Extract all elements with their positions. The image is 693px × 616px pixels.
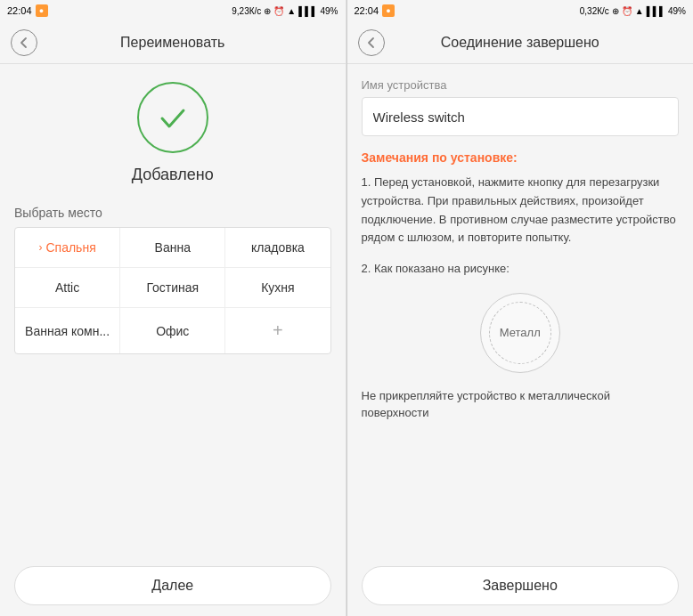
next-button[interactable]: Далее bbox=[14, 566, 331, 605]
device-name-input[interactable] bbox=[362, 97, 680, 136]
battery-left: 49% bbox=[320, 6, 338, 16]
location-cell-спальня[interactable]: › Спальня bbox=[15, 228, 120, 267]
right-panel: 22:04 ● 0,32К/с ⊕ ⏰ ▲ ▌▌▌ 49% Соединение… bbox=[347, 0, 694, 616]
location-cell-ванна[interactable]: Ванна bbox=[120, 228, 225, 267]
alarm-icon-right: ⏰ bbox=[622, 6, 632, 16]
status-left-info: 22:04 ● bbox=[7, 4, 48, 17]
bt-icon-left: ⊕ bbox=[264, 6, 271, 16]
right-footer: Завершено bbox=[347, 555, 694, 616]
status-bar-left: 22:04 ● 9,23К/с ⊕ ⏰ ▲ ▌▌▌ 49% bbox=[0, 0, 346, 21]
header-title-right: Соединение завершено bbox=[441, 35, 599, 51]
signal-icon-right: ▌▌▌ bbox=[647, 6, 665, 16]
location-section-title: Выбрать место bbox=[14, 206, 331, 220]
alarm-icon-left: ⏰ bbox=[273, 6, 284, 16]
status-dot-left: ● bbox=[36, 4, 48, 17]
device-name-label: Имя устройства bbox=[362, 78, 680, 92]
back-button-left[interactable] bbox=[11, 29, 37, 56]
left-footer: Далее bbox=[0, 555, 346, 616]
location-cell-офис[interactable]: Офис bbox=[120, 308, 225, 353]
location-cell-кухня[interactable]: Кухня bbox=[225, 268, 330, 307]
bt-icon-right: ⊕ bbox=[612, 6, 619, 16]
battery-right: 49% bbox=[668, 6, 686, 16]
instruction-2-label: 2. Как показано на рисунке: bbox=[362, 260, 680, 279]
chevron-icon: › bbox=[38, 241, 42, 254]
wifi-icon-right: ▲ bbox=[635, 6, 644, 16]
location-grid: › Спальня Ванна кладовка Attic bbox=[14, 227, 331, 354]
status-dot-right: ● bbox=[382, 4, 395, 17]
header-right: Соединение завершено bbox=[347, 21, 694, 64]
header-left: Переименовать bbox=[0, 21, 346, 64]
wifi-icon-left: ▲ bbox=[287, 6, 296, 16]
back-button-right[interactable] bbox=[358, 29, 385, 56]
location-cell-ванная-комн[interactable]: Ванная комн... bbox=[15, 308, 120, 353]
added-label: Добавлено bbox=[132, 166, 214, 184]
done-button[interactable]: Завершено bbox=[362, 566, 680, 605]
header-title-left: Переименовать bbox=[120, 35, 224, 51]
status-right-left: 9,23К/с ⊕ ⏰ ▲ ▌▌▌ 49% bbox=[232, 6, 338, 16]
location-cell-гостиная[interactable]: Гостиная bbox=[120, 268, 225, 307]
right-content: Имя устройства Замечания по установке: 1… bbox=[347, 64, 694, 555]
location-cell-кладовка[interactable]: кладовка bbox=[225, 228, 330, 267]
network-speed-left: 9,23К/с bbox=[232, 6, 261, 16]
instruction-1: 1. Перед установкой, нажмите кнопку для … bbox=[362, 174, 680, 247]
location-row-1: › Спальня Ванна кладовка bbox=[15, 228, 330, 268]
status-bar-right: 22:04 ● 0,32К/с ⊕ ⏰ ▲ ▌▌▌ 49% bbox=[347, 0, 694, 21]
time-left: 22:04 bbox=[7, 5, 32, 16]
left-content: Добавлено Выбрать место › Спальня Ванна … bbox=[0, 64, 346, 555]
metal-label: Металл bbox=[500, 326, 541, 339]
success-icon bbox=[137, 82, 208, 153]
network-speed-right: 0,32К/с bbox=[580, 6, 609, 16]
no-metal-text: Не прикрепляйте устройство к металлическ… bbox=[362, 387, 680, 422]
status-icons-right: 0,32К/с ⊕ ⏰ ▲ ▌▌▌ 49% bbox=[580, 6, 686, 16]
left-panel: 22:04 ● 9,23К/с ⊕ ⏰ ▲ ▌▌▌ 49% Переименов… bbox=[0, 0, 346, 616]
location-section: Выбрать место › Спальня Ванна кладовка bbox=[14, 206, 331, 354]
location-cell-attic[interactable]: Attic bbox=[15, 268, 120, 307]
warning-title: Замечания по установке: bbox=[362, 150, 680, 165]
signal-icon-left: ▌▌▌ bbox=[298, 6, 317, 16]
time-right: 22:04 bbox=[355, 5, 379, 16]
location-row-3: Ванная комн... Офис + bbox=[15, 308, 330, 353]
metal-illustration: Металл bbox=[362, 293, 680, 373]
location-cell-add[interactable]: + bbox=[225, 308, 330, 353]
location-row-2: Attic Гостиная Кухня bbox=[15, 268, 330, 308]
status-right-time: 22:04 ● bbox=[355, 4, 395, 17]
metal-circle: Металл bbox=[480, 293, 560, 373]
